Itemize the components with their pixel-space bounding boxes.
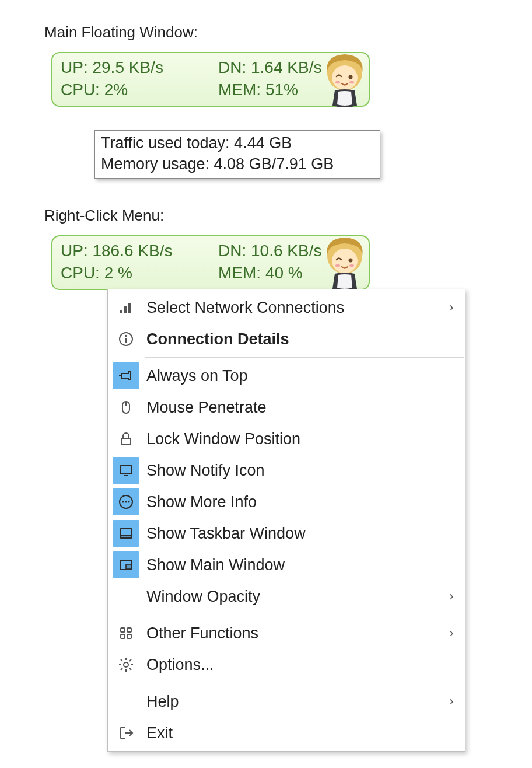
menu-separator (145, 615, 464, 615)
svg-point-2 (349, 75, 353, 79)
main-window-icon (118, 557, 134, 573)
up-value: 29.5 KB/s (92, 58, 163, 76)
svg-point-7 (349, 259, 353, 263)
mem-label: MEM: (218, 264, 261, 282)
menu-label: Mouse Penetrate (143, 399, 439, 417)
svg-point-37 (124, 662, 128, 667)
mem-value: 40 % (265, 264, 303, 282)
menu-item-show-main-window[interactable]: Show Main Window (109, 549, 464, 581)
taskbar-icon (118, 525, 134, 542)
svg-rect-34 (127, 628, 131, 632)
menu-item-mouse-penetrate[interactable]: Mouse Penetrate (109, 392, 464, 423)
tooltip-line-traffic: Traffic used today: 4.44 GB (101, 133, 374, 154)
pin-icon (118, 368, 134, 384)
svg-rect-11 (124, 306, 127, 313)
svg-rect-33 (121, 628, 125, 632)
mem-value: 51% (265, 81, 298, 99)
tray-icon (118, 462, 134, 479)
mem-label: MEM: (218, 81, 261, 99)
svg-point-1 (332, 65, 358, 90)
menu-item-show-more-info[interactable]: Show More Info (109, 486, 464, 518)
dn-value: 1.64 KB/s (251, 58, 321, 76)
floating-widget-2[interactable]: UP: 186.6 KB/s DN: 10.6 KB/s CPU: 2 % ME… (51, 235, 370, 290)
menu-item-show-taskbar-window[interactable]: Show Taskbar Window (109, 518, 464, 549)
context-menu[interactable]: Select Network Connections › Connection … (107, 289, 466, 752)
cpu-label: CPU: (61, 264, 100, 282)
up-value: 186.6 KB/s (92, 242, 172, 260)
exit-icon (118, 725, 134, 741)
menu-label: Show Taskbar Window (143, 525, 439, 543)
section-title-main: Main Floating Window: (44, 23, 532, 41)
tooltip: Traffic used today: 4.44 GB Memory usage… (94, 130, 380, 179)
menu-label: Other Functions (143, 624, 439, 643)
dn-label: DN: (218, 242, 246, 260)
menu-item-connection-details[interactable]: Connection Details (109, 323, 464, 355)
cpu-value: 2 % (104, 264, 132, 282)
menu-label: Connection Details (143, 330, 439, 348)
chevron-right-icon: › (439, 626, 464, 641)
signal-bars-icon (118, 299, 134, 316)
svg-rect-31 (126, 564, 131, 569)
svg-point-9 (349, 264, 354, 267)
svg-point-25 (125, 501, 127, 503)
svg-rect-12 (128, 303, 131, 313)
up-label: UP: (61, 242, 88, 260)
svg-line-43 (130, 668, 131, 670)
svg-point-26 (128, 501, 130, 503)
svg-line-42 (121, 659, 123, 661)
lock-icon (118, 431, 134, 447)
svg-rect-19 (121, 438, 131, 445)
svg-rect-35 (121, 634, 125, 638)
svg-rect-20 (120, 466, 132, 474)
more-circle-icon (118, 494, 134, 510)
menu-separator (145, 683, 464, 683)
menu-label: Lock Window Position (143, 430, 439, 448)
menu-item-exit[interactable]: Exit (109, 717, 464, 749)
menu-item-other-functions[interactable]: Other Functions › (109, 617, 464, 649)
svg-rect-36 (127, 634, 131, 638)
menu-item-show-notify-icon[interactable]: Show Notify Icon (109, 455, 464, 486)
menu-separator (145, 357, 464, 358)
svg-line-45 (121, 668, 123, 670)
mascot-icon (318, 233, 371, 291)
tooltip-line-memory: Memory usage: 4.08 GB/7.91 GB (101, 154, 374, 175)
floating-widget[interactable]: UP: 29.5 KB/s DN: 1.64 KB/s CPU: 2% MEM:… (51, 52, 370, 107)
menu-item-select-network-connections[interactable]: Select Network Connections › (109, 292, 464, 323)
menu-label: Select Network Connections (143, 299, 439, 317)
svg-line-44 (130, 659, 131, 661)
menu-item-window-opacity[interactable]: Window Opacity › (109, 581, 464, 612)
mascot-icon (318, 50, 371, 108)
chevron-right-icon: › (439, 694, 464, 709)
svg-rect-10 (120, 310, 123, 313)
chevron-right-icon: › (439, 589, 464, 604)
menu-item-lock-window-position[interactable]: Lock Window Position (109, 423, 464, 455)
svg-point-6 (332, 249, 358, 273)
menu-item-always-on-top[interactable]: Always on Top (109, 360, 464, 392)
svg-point-4 (349, 81, 354, 84)
grid-4-icon (118, 625, 134, 641)
info-circle-icon (118, 331, 134, 347)
svg-point-14 (125, 335, 127, 337)
mouse-icon (118, 399, 134, 416)
menu-label: Show Main Window (143, 556, 439, 574)
menu-item-options[interactable]: Options... (109, 649, 464, 680)
menu-label: Show More Info (143, 493, 439, 511)
menu-label: Always on Top (143, 367, 439, 385)
up-label: UP: (61, 58, 88, 76)
menu-label: Window Opacity (143, 588, 439, 606)
cpu-value: 2% (104, 81, 128, 99)
svg-rect-15 (125, 338, 127, 343)
section-title-menu: Right-Click Menu: (44, 207, 532, 225)
gear-icon (118, 657, 134, 673)
chevron-right-icon: › (439, 300, 464, 315)
dn-label: DN: (218, 58, 246, 76)
menu-label: Exit (143, 724, 439, 742)
svg-point-8 (335, 264, 340, 267)
menu-label: Show Notify Icon (143, 462, 439, 480)
svg-point-3 (335, 81, 340, 84)
dn-value: 10.6 KB/s (251, 242, 321, 260)
menu-item-help[interactable]: Help › (109, 686, 464, 717)
menu-label: Help (143, 693, 439, 711)
menu-label: Options... (143, 656, 439, 674)
cpu-label: CPU: (61, 81, 100, 99)
